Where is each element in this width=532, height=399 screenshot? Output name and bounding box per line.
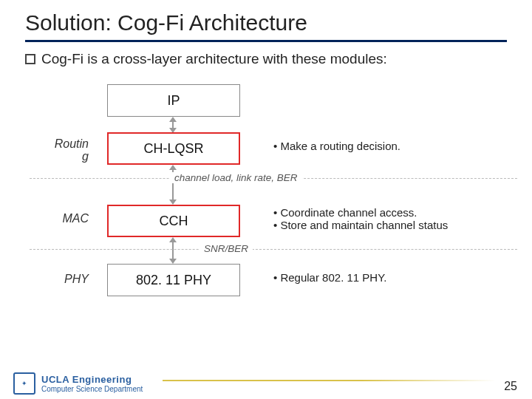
ucla-seal-icon: ✦ (13, 372, 35, 395)
box-ip: IP (107, 84, 240, 117)
desc-cch: Coordinate channel access. Store and mai… (273, 206, 517, 231)
divider-mac-phy: SNR/BER (30, 249, 517, 250)
page-number: 25 (504, 380, 517, 393)
layer-label-mac: MAC (44, 212, 89, 225)
desc-chlqsr: Make a routing decision. (273, 140, 517, 152)
title-underline (25, 40, 507, 42)
slide-title: Solution: Cog-Fi Architecture (0, 0, 532, 40)
ucla-logo: ✦ UCLA Engineering Computer Science Depa… (13, 372, 143, 395)
box-chlqsr: CH-LQSR (107, 132, 240, 165)
box-phy: 802. 11 PHY (107, 264, 240, 296)
logo-line2: Computer Science Department (41, 385, 143, 393)
logo-line1: UCLA Engineering (41, 374, 143, 385)
bullet-square-icon (25, 54, 35, 64)
intro-bullet: Cog-Fi is a cross-layer architecture wit… (0, 51, 532, 81)
slide-footer: ✦ UCLA Engineering Computer Science Depa… (0, 362, 532, 399)
divider-routing-mac: channel load, link rate, BER (30, 178, 517, 179)
layer-label-phy: PHY (44, 273, 89, 286)
box-cch: CCH (107, 205, 240, 237)
arrow-ip-chlqsr (172, 117, 174, 132)
footer-rule (163, 380, 495, 381)
architecture-diagram: Routing MAC PHY IP CH-LQSR channel load,… (0, 81, 532, 317)
intro-text: Cog-Fi is a cross-layer architecture wit… (41, 51, 387, 67)
arrow-cch-phy (172, 238, 174, 263)
desc-phy: Regular 802. 11 PHY. (273, 271, 517, 284)
divider-label-1: channel load, link rate, BER (170, 172, 302, 183)
divider-label-2: SNR/BER (200, 243, 253, 254)
layer-label-routing: Routing (44, 138, 89, 163)
arrow-chlqsr-cch (172, 166, 174, 204)
